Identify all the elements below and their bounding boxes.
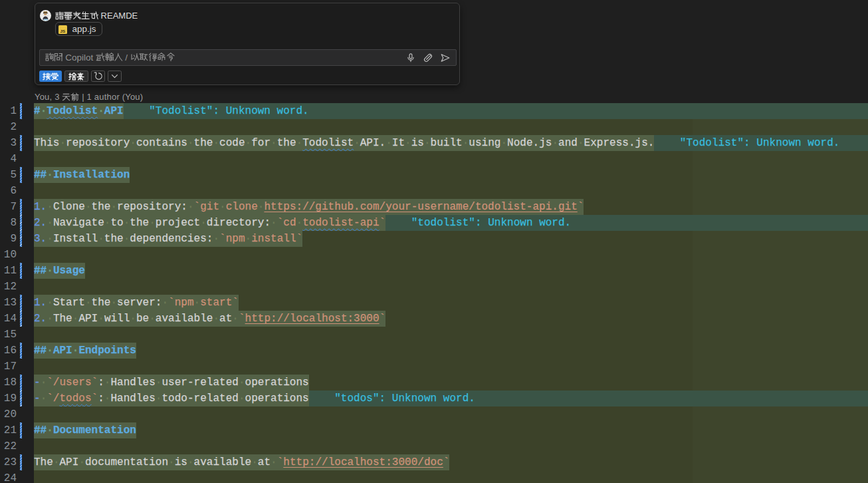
svg-text:JS: JS <box>60 29 65 33</box>
